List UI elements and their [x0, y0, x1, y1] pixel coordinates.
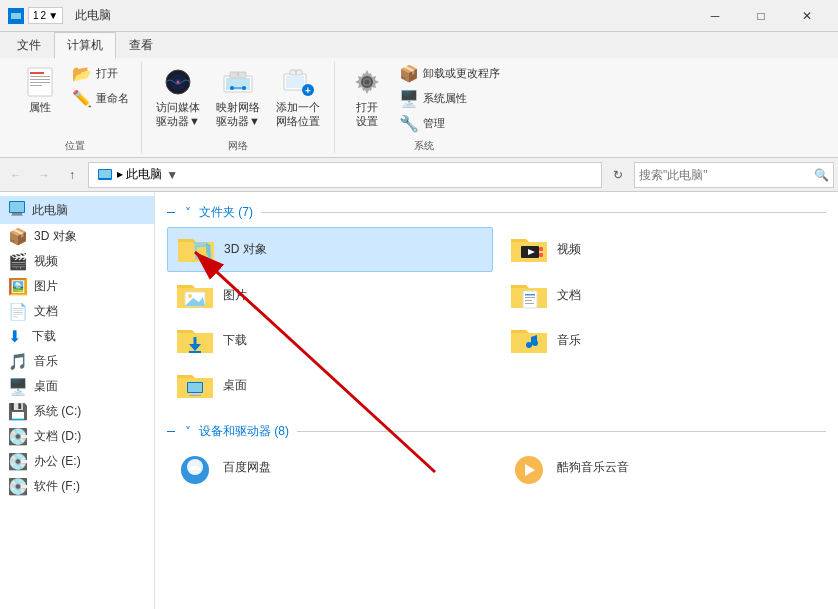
open-rename-col: 📂 打开 ✏️ 重命名: [68, 62, 133, 110]
e-drive-label: 办公 (E:): [34, 453, 81, 470]
f-drive-icon: 💽: [8, 477, 28, 496]
open-button[interactable]: 📂 打开: [68, 62, 133, 85]
quick-access-area[interactable]: 1 2 ▼: [28, 7, 63, 24]
media-drive-button[interactable]: 访问媒体驱动器▼: [150, 62, 206, 133]
folder-item-desktop[interactable]: 桌面: [167, 364, 493, 407]
ribbon-group-system: 打开设置 📦 卸载或更改程序 🖥️ 系统属性 🔧 管理: [335, 62, 512, 153]
forward-button[interactable]: →: [32, 163, 56, 187]
uninstall-button[interactable]: 📦 卸载或更改程序: [395, 62, 504, 85]
sidebar-item-e-drive[interactable]: 💽 办公 (E:): [0, 449, 154, 474]
folders-section-title: 文件夹 (7): [199, 204, 253, 221]
tab-file[interactable]: 文件: [4, 32, 54, 58]
location-label: 位置: [16, 137, 133, 153]
f-drive-label: 软件 (F:): [34, 478, 80, 495]
system-properties-button[interactable]: 🖥️ 系统属性: [395, 87, 504, 110]
svg-rect-32: [12, 213, 22, 215]
svg-point-16: [230, 86, 234, 90]
section-line-1: [261, 212, 826, 213]
baidu-drive-label: 百度网盘: [223, 459, 271, 476]
sidebar-item-picture[interactable]: 🖼️ 图片: [0, 274, 154, 299]
folder-video-icon: [509, 232, 549, 267]
tab-computer[interactable]: 计算机: [54, 32, 116, 59]
sidebar-item-d-drive[interactable]: 💽 文档 (D:): [0, 424, 154, 449]
this-pc-icon: [8, 199, 26, 221]
map-network-icon: [222, 66, 254, 98]
add-network-button[interactable]: + 添加一个网络位置: [270, 62, 326, 133]
map-network-button[interactable]: 映射网络驱动器▼: [210, 62, 266, 133]
folder-desktop-icon: [175, 368, 215, 403]
svg-rect-57: [189, 395, 201, 396]
folder-music-icon: [509, 323, 549, 358]
sidebar-item-c-drive[interactable]: 💾 系统 (C:): [0, 399, 154, 424]
rename-button[interactable]: ✏️ 重命名: [68, 87, 133, 110]
search-input[interactable]: [639, 168, 814, 182]
sidebar-item-music[interactable]: 🎵 音乐: [0, 349, 154, 374]
folders-section-expand[interactable]: ˅: [185, 206, 191, 220]
back-button[interactable]: ←: [4, 163, 28, 187]
folder-download-icon: [175, 323, 215, 358]
folder-picture-label: 图片: [223, 287, 247, 304]
svg-rect-47: [525, 300, 532, 301]
open-settings-button[interactable]: 打开设置: [343, 62, 391, 133]
svg-rect-46: [525, 297, 535, 298]
kugou-label: 酷狗音乐云音: [557, 459, 629, 476]
network-label: 网络: [150, 137, 326, 153]
title-bar-left: 1 2 ▼ 此电脑: [8, 7, 692, 24]
search-icon[interactable]: 🔍: [814, 168, 829, 182]
folder-item-picture[interactable]: 图片: [167, 274, 493, 317]
device-item-baidu[interactable]: 百度网盘: [167, 446, 493, 489]
sidebar-item-this-pc[interactable]: 此电脑: [0, 196, 154, 224]
folder-item-3d[interactable]: 3D 对象: [167, 227, 493, 272]
sidebar-item-download[interactable]: ⬇ 下载: [0, 324, 154, 349]
device-item-kugou[interactable]: 酷狗音乐云音: [501, 446, 827, 489]
rename-icon: ✏️: [72, 89, 92, 108]
devices-section-expand[interactable]: ˅: [185, 425, 191, 439]
desktop-label: 桌面: [34, 378, 58, 395]
desktop-icon: 🖥️: [8, 377, 28, 396]
e-drive-icon: 💽: [8, 452, 28, 471]
properties-button[interactable]: 属性: [16, 62, 64, 119]
svg-point-42: [188, 294, 192, 298]
sidebar-item-3d[interactable]: 📦 3D 对象: [0, 224, 154, 249]
section-line-2: [297, 431, 826, 432]
folder-item-video[interactable]: 视频: [501, 227, 827, 272]
manage-button[interactable]: 🔧 管理: [395, 112, 504, 135]
tab-view[interactable]: 查看: [116, 32, 166, 58]
svg-rect-56: [192, 393, 198, 395]
close-button[interactable]: ✕: [784, 0, 830, 32]
manage-icon: 🔧: [399, 114, 419, 133]
document-icon: 📄: [8, 302, 28, 321]
folder-document-icon: [509, 278, 549, 313]
main-container: 此电脑 📦 3D 对象 🎬 视频 🖼️ 图片 📄 文档 ⬇ 下载 🎵 音乐 🖥️: [0, 192, 838, 609]
svg-rect-5: [30, 79, 50, 80]
uninstall-icon: 📦: [399, 64, 419, 83]
folder-item-music[interactable]: 音乐: [501, 319, 827, 362]
minimize-button[interactable]: ─: [692, 0, 738, 32]
3d-icon: 📦: [8, 227, 28, 246]
search-box[interactable]: 🔍: [634, 162, 834, 188]
svg-point-52: [526, 342, 532, 348]
3d-label: 3D 对象: [34, 228, 77, 245]
svg-rect-55: [188, 383, 202, 392]
folder-item-download[interactable]: 下载: [167, 319, 493, 362]
sidebar-item-video[interactable]: 🎬 视频: [0, 249, 154, 274]
svg-rect-7: [30, 85, 42, 86]
sidebar-item-desktop[interactable]: 🖥️ 桌面: [0, 374, 154, 399]
address-chevron[interactable]: ▼: [162, 168, 182, 182]
address-input[interactable]: ▸ 此电脑 ▼: [88, 162, 602, 188]
svg-point-17: [242, 86, 246, 90]
sidebar-item-document[interactable]: 📄 文档: [0, 299, 154, 324]
ribbon-group-location: 属性 📂 打开 ✏️ 重命名 位置: [8, 62, 142, 153]
up-button[interactable]: ↑: [60, 163, 84, 187]
folders-section-header: ˅ 文件夹 (7): [167, 200, 826, 227]
folder-3d-icon: [176, 232, 216, 267]
system-label: 系统: [343, 137, 504, 153]
window-title: 此电脑: [75, 7, 111, 24]
network-buttons: 访问媒体驱动器▼ 映射网络驱动器▼: [150, 62, 326, 137]
maximize-button[interactable]: □: [738, 0, 784, 32]
refresh-button[interactable]: ↻: [606, 163, 630, 187]
svg-point-11: [177, 81, 180, 84]
sidebar-item-f-drive[interactable]: 💽 软件 (F:): [0, 474, 154, 499]
svg-rect-20: [286, 76, 304, 88]
folder-item-document[interactable]: 文档: [501, 274, 827, 317]
